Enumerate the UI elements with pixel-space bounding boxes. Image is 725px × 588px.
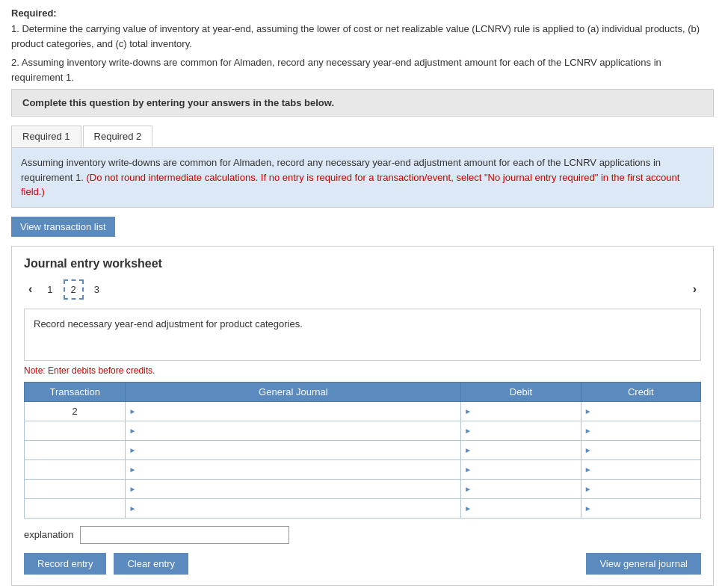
general-journal-cell[interactable]: ► — [126, 459, 461, 479]
debit-arrow-icon: ► — [461, 446, 472, 454]
clear-entry-button[interactable]: Clear entry — [114, 553, 188, 575]
debit-input[interactable] — [472, 402, 580, 421]
transaction-cell — [25, 421, 126, 440]
next-page-arrow[interactable]: › — [688, 281, 701, 297]
page-2[interactable]: 2 — [64, 279, 84, 300]
explanation-label: explanation — [24, 529, 74, 540]
credit-cell[interactable]: ► — [581, 421, 700, 440]
credit-input[interactable] — [592, 441, 700, 459]
debit-arrow-icon: ► — [461, 504, 472, 513]
general-journal-input[interactable] — [136, 421, 460, 440]
transaction-cell — [25, 479, 126, 498]
credit-cell[interactable]: ► — [581, 459, 700, 479]
general-journal-cell[interactable]: ► — [126, 401, 461, 421]
col-header-debit: Debit — [461, 382, 581, 401]
credit-arrow-icon: ► — [581, 427, 592, 435]
row-arrow-icon: ► — [126, 427, 136, 435]
credit-cell[interactable]: ► — [581, 401, 700, 421]
general-journal-input[interactable] — [136, 480, 460, 498]
general-journal-cell[interactable]: ► — [126, 479, 461, 498]
tabs-container: Required 1 Required 2 — [11, 126, 714, 148]
table-row: 2 ► ► ► — [25, 401, 701, 421]
transaction-cell: 2 — [25, 401, 126, 421]
view-transaction-button[interactable]: View transaction list — [11, 217, 115, 237]
credit-input[interactable] — [592, 480, 700, 498]
credit-input[interactable] — [592, 402, 700, 421]
tab-content: Assuming inventory write-downs are commo… — [11, 148, 714, 208]
credit-arrow-icon: ► — [581, 446, 592, 454]
general-journal-cell[interactable]: ► — [126, 440, 461, 459]
table-row: ► ► ► — [25, 459, 701, 479]
prev-page-arrow[interactable]: ‹ — [24, 281, 37, 297]
pagination: ‹ 1 2 3 › — [24, 279, 701, 300]
required-header: Required: — [11, 7, 714, 19]
credit-arrow-icon: ► — [581, 465, 592, 474]
credit-input[interactable] — [592, 499, 700, 518]
note-text: Note: Enter debits before credits. — [24, 365, 701, 376]
credit-cell[interactable]: ► — [581, 440, 700, 459]
general-journal-input[interactable] — [136, 441, 460, 459]
tab-main-text: Assuming inventory write-downs are commo… — [21, 155, 704, 199]
explanation-row: explanation — [24, 526, 701, 544]
table-row: ► ► ► — [25, 498, 701, 518]
row-arrow-icon: ► — [126, 465, 136, 474]
credit-arrow-icon: ► — [581, 504, 592, 513]
debit-cell[interactable]: ► — [461, 479, 581, 498]
table-row: ► ► ► — [25, 479, 701, 498]
transaction-cell — [25, 459, 126, 479]
record-entry-button[interactable]: Record entry — [24, 553, 106, 575]
credit-cell[interactable]: ► — [581, 498, 700, 518]
transaction-cell — [25, 440, 126, 459]
debit-arrow-icon: ► — [461, 485, 472, 493]
transaction-cell — [25, 498, 126, 518]
debit-input[interactable] — [472, 499, 580, 518]
general-journal-input[interactable] — [136, 460, 460, 479]
debit-input[interactable] — [472, 421, 580, 440]
view-general-journal-button[interactable]: View general journal — [586, 553, 701, 575]
journal-table: Transaction General Journal Debit Credit… — [24, 382, 701, 519]
col-header-credit: Credit — [581, 382, 700, 401]
page-3[interactable]: 3 — [88, 281, 105, 298]
requirement-2-text: 2. Assuming inventory write-downs are co… — [11, 55, 714, 84]
credit-cell[interactable]: ► — [581, 479, 700, 498]
general-journal-input[interactable] — [136, 402, 460, 421]
debit-cell[interactable]: ► — [461, 421, 581, 440]
credit-arrow-icon: ► — [581, 407, 592, 415]
row-arrow-icon: ► — [126, 446, 136, 454]
general-journal-input[interactable] — [136, 499, 460, 518]
credit-input[interactable] — [592, 460, 700, 479]
credit-input[interactable] — [592, 421, 700, 440]
debit-cell[interactable]: ► — [461, 498, 581, 518]
worksheet-title: Journal entry worksheet — [24, 257, 701, 270]
tab-required-2[interactable]: Required 2 — [83, 126, 153, 147]
page-1[interactable]: 1 — [41, 281, 58, 298]
debit-arrow-icon: ► — [461, 465, 472, 474]
debit-cell[interactable]: ► — [461, 440, 581, 459]
debit-cell[interactable]: ► — [461, 401, 581, 421]
table-row: ► ► ► — [25, 440, 701, 459]
col-header-transaction: Transaction — [25, 382, 126, 401]
debit-arrow-icon: ► — [461, 407, 472, 415]
description-box: Record necessary year-end adjustment for… — [24, 309, 701, 361]
debit-input[interactable] — [472, 441, 580, 459]
table-row: ► ► ► — [25, 421, 701, 440]
row-arrow-icon: ► — [126, 485, 136, 493]
credit-arrow-icon: ► — [581, 485, 592, 493]
debit-cell[interactable]: ► — [461, 459, 581, 479]
row-arrow-icon: ► — [126, 407, 136, 415]
row-arrow-icon: ► — [126, 504, 136, 513]
general-journal-cell[interactable]: ► — [126, 421, 461, 440]
debit-input[interactable] — [472, 480, 580, 498]
instruction-text: Complete this question by entering your … — [22, 97, 334, 108]
tab-red-text: (Do not round intermediate calculations.… — [21, 172, 679, 198]
requirement-1-text: 1. Determine the carrying value of inven… — [11, 22, 714, 51]
col-header-general-journal: General Journal — [126, 382, 461, 401]
explanation-input[interactable] — [80, 526, 289, 544]
tab-required-1[interactable]: Required 1 — [11, 126, 81, 147]
debit-input[interactable] — [472, 460, 580, 479]
worksheet-container: Journal entry worksheet ‹ 1 2 3 › Record… — [11, 246, 714, 586]
general-journal-cell[interactable]: ► — [126, 498, 461, 518]
action-buttons: Record entry Clear entry View general jo… — [24, 553, 701, 575]
instruction-box: Complete this question by entering your … — [11, 89, 714, 117]
debit-arrow-icon: ► — [461, 427, 472, 435]
